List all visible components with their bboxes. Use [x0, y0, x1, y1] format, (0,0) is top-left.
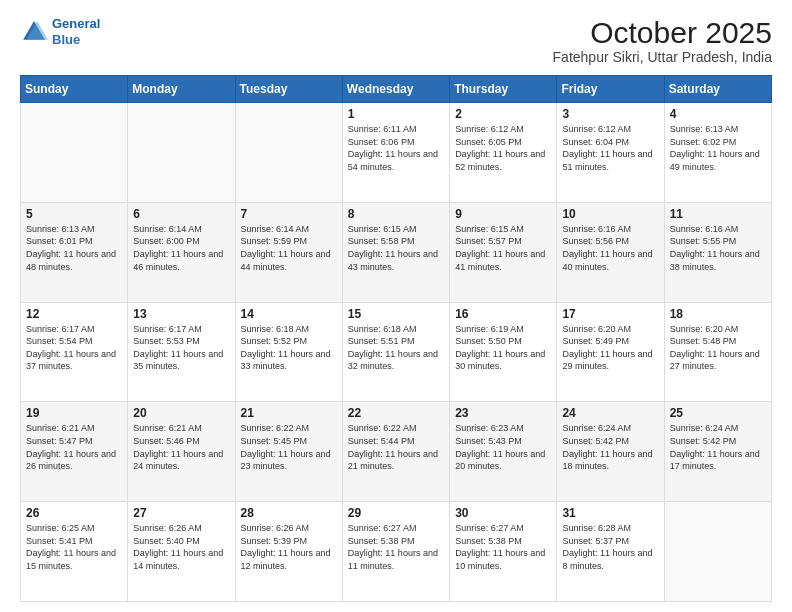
weekday-wednesday: Wednesday: [342, 76, 449, 103]
day-info: Sunrise: 6:15 AM Sunset: 5:58 PM Dayligh…: [348, 223, 444, 273]
day-number: 31: [562, 506, 658, 520]
day-info: Sunrise: 6:17 AM Sunset: 5:54 PM Dayligh…: [26, 323, 122, 373]
day-info: Sunrise: 6:20 AM Sunset: 5:48 PM Dayligh…: [670, 323, 766, 373]
day-info: Sunrise: 6:24 AM Sunset: 5:42 PM Dayligh…: [670, 422, 766, 472]
subtitle: Fatehpur Sikri, Uttar Pradesh, India: [553, 49, 772, 65]
calendar-cell: 12Sunrise: 6:17 AM Sunset: 5:54 PM Dayli…: [21, 302, 128, 402]
day-number: 14: [241, 307, 337, 321]
calendar-cell: 23Sunrise: 6:23 AM Sunset: 5:43 PM Dayli…: [450, 402, 557, 502]
day-info: Sunrise: 6:27 AM Sunset: 5:38 PM Dayligh…: [348, 522, 444, 572]
day-number: 4: [670, 107, 766, 121]
day-info: Sunrise: 6:28 AM Sunset: 5:37 PM Dayligh…: [562, 522, 658, 572]
day-number: 17: [562, 307, 658, 321]
day-number: 6: [133, 207, 229, 221]
day-info: Sunrise: 6:26 AM Sunset: 5:40 PM Dayligh…: [133, 522, 229, 572]
calendar-cell: [664, 502, 771, 602]
day-number: 9: [455, 207, 551, 221]
day-number: 2: [455, 107, 551, 121]
day-info: Sunrise: 6:14 AM Sunset: 5:59 PM Dayligh…: [241, 223, 337, 273]
calendar-cell: 22Sunrise: 6:22 AM Sunset: 5:44 PM Dayli…: [342, 402, 449, 502]
calendar-cell: [128, 103, 235, 203]
day-number: 20: [133, 406, 229, 420]
day-number: 12: [26, 307, 122, 321]
day-number: 22: [348, 406, 444, 420]
header: General Blue October 2025 Fatehpur Sikri…: [20, 16, 772, 65]
main-title: October 2025: [553, 16, 772, 49]
day-info: Sunrise: 6:19 AM Sunset: 5:50 PM Dayligh…: [455, 323, 551, 373]
day-number: 13: [133, 307, 229, 321]
day-info: Sunrise: 6:11 AM Sunset: 6:06 PM Dayligh…: [348, 123, 444, 173]
day-number: 1: [348, 107, 444, 121]
day-info: Sunrise: 6:25 AM Sunset: 5:41 PM Dayligh…: [26, 522, 122, 572]
calendar-cell: 16Sunrise: 6:19 AM Sunset: 5:50 PM Dayli…: [450, 302, 557, 402]
calendar-cell: 9Sunrise: 6:15 AM Sunset: 5:57 PM Daylig…: [450, 202, 557, 302]
day-info: Sunrise: 6:26 AM Sunset: 5:39 PM Dayligh…: [241, 522, 337, 572]
calendar-cell: 28Sunrise: 6:26 AM Sunset: 5:39 PM Dayli…: [235, 502, 342, 602]
day-info: Sunrise: 6:22 AM Sunset: 5:44 PM Dayligh…: [348, 422, 444, 472]
day-number: 25: [670, 406, 766, 420]
calendar-cell: 25Sunrise: 6:24 AM Sunset: 5:42 PM Dayli…: [664, 402, 771, 502]
day-info: Sunrise: 6:20 AM Sunset: 5:49 PM Dayligh…: [562, 323, 658, 373]
day-info: Sunrise: 6:18 AM Sunset: 5:52 PM Dayligh…: [241, 323, 337, 373]
logo: General Blue: [20, 16, 100, 47]
day-info: Sunrise: 6:18 AM Sunset: 5:51 PM Dayligh…: [348, 323, 444, 373]
day-info: Sunrise: 6:16 AM Sunset: 5:56 PM Dayligh…: [562, 223, 658, 273]
weekday-saturday: Saturday: [664, 76, 771, 103]
weekday-friday: Friday: [557, 76, 664, 103]
day-number: 28: [241, 506, 337, 520]
day-number: 19: [26, 406, 122, 420]
day-number: 30: [455, 506, 551, 520]
calendar-cell: 24Sunrise: 6:24 AM Sunset: 5:42 PM Dayli…: [557, 402, 664, 502]
day-info: Sunrise: 6:13 AM Sunset: 6:02 PM Dayligh…: [670, 123, 766, 173]
day-number: 29: [348, 506, 444, 520]
day-info: Sunrise: 6:13 AM Sunset: 6:01 PM Dayligh…: [26, 223, 122, 273]
day-info: Sunrise: 6:22 AM Sunset: 5:45 PM Dayligh…: [241, 422, 337, 472]
calendar-cell: 4Sunrise: 6:13 AM Sunset: 6:02 PM Daylig…: [664, 103, 771, 203]
day-info: Sunrise: 6:14 AM Sunset: 6:00 PM Dayligh…: [133, 223, 229, 273]
calendar-cell: 5Sunrise: 6:13 AM Sunset: 6:01 PM Daylig…: [21, 202, 128, 302]
calendar-cell: 6Sunrise: 6:14 AM Sunset: 6:00 PM Daylig…: [128, 202, 235, 302]
calendar-cell: 29Sunrise: 6:27 AM Sunset: 5:38 PM Dayli…: [342, 502, 449, 602]
day-number: 5: [26, 207, 122, 221]
calendar-cell: 21Sunrise: 6:22 AM Sunset: 5:45 PM Dayli…: [235, 402, 342, 502]
weekday-header-row: SundayMondayTuesdayWednesdayThursdayFrid…: [21, 76, 772, 103]
day-info: Sunrise: 6:24 AM Sunset: 5:42 PM Dayligh…: [562, 422, 658, 472]
day-info: Sunrise: 6:21 AM Sunset: 5:47 PM Dayligh…: [26, 422, 122, 472]
day-number: 16: [455, 307, 551, 321]
day-number: 27: [133, 506, 229, 520]
week-row-4: 26Sunrise: 6:25 AM Sunset: 5:41 PM Dayli…: [21, 502, 772, 602]
day-number: 23: [455, 406, 551, 420]
week-row-0: 1Sunrise: 6:11 AM Sunset: 6:06 PM Daylig…: [21, 103, 772, 203]
weekday-thursday: Thursday: [450, 76, 557, 103]
calendar-cell: 2Sunrise: 6:12 AM Sunset: 6:05 PM Daylig…: [450, 103, 557, 203]
day-info: Sunrise: 6:12 AM Sunset: 6:05 PM Dayligh…: [455, 123, 551, 173]
week-row-2: 12Sunrise: 6:17 AM Sunset: 5:54 PM Dayli…: [21, 302, 772, 402]
day-number: 26: [26, 506, 122, 520]
week-row-3: 19Sunrise: 6:21 AM Sunset: 5:47 PM Dayli…: [21, 402, 772, 502]
day-info: Sunrise: 6:21 AM Sunset: 5:46 PM Dayligh…: [133, 422, 229, 472]
day-info: Sunrise: 6:27 AM Sunset: 5:38 PM Dayligh…: [455, 522, 551, 572]
calendar-cell: 26Sunrise: 6:25 AM Sunset: 5:41 PM Dayli…: [21, 502, 128, 602]
calendar-cell: 1Sunrise: 6:11 AM Sunset: 6:06 PM Daylig…: [342, 103, 449, 203]
day-info: Sunrise: 6:12 AM Sunset: 6:04 PM Dayligh…: [562, 123, 658, 173]
logo-text: General Blue: [52, 16, 100, 47]
day-number: 21: [241, 406, 337, 420]
day-number: 24: [562, 406, 658, 420]
calendar-cell: 11Sunrise: 6:16 AM Sunset: 5:55 PM Dayli…: [664, 202, 771, 302]
day-number: 18: [670, 307, 766, 321]
calendar-cell: [21, 103, 128, 203]
day-info: Sunrise: 6:17 AM Sunset: 5:53 PM Dayligh…: [133, 323, 229, 373]
day-number: 10: [562, 207, 658, 221]
calendar-cell: 19Sunrise: 6:21 AM Sunset: 5:47 PM Dayli…: [21, 402, 128, 502]
calendar-cell: 18Sunrise: 6:20 AM Sunset: 5:48 PM Dayli…: [664, 302, 771, 402]
calendar-cell: [235, 103, 342, 203]
weekday-sunday: Sunday: [21, 76, 128, 103]
calendar-cell: 20Sunrise: 6:21 AM Sunset: 5:46 PM Dayli…: [128, 402, 235, 502]
calendar-cell: 27Sunrise: 6:26 AM Sunset: 5:40 PM Dayli…: [128, 502, 235, 602]
page: General Blue October 2025 Fatehpur Sikri…: [0, 0, 792, 612]
day-info: Sunrise: 6:16 AM Sunset: 5:55 PM Dayligh…: [670, 223, 766, 273]
day-number: 3: [562, 107, 658, 121]
calendar-cell: 3Sunrise: 6:12 AM Sunset: 6:04 PM Daylig…: [557, 103, 664, 203]
logo-general: General: [52, 16, 100, 31]
calendar-cell: 8Sunrise: 6:15 AM Sunset: 5:58 PM Daylig…: [342, 202, 449, 302]
